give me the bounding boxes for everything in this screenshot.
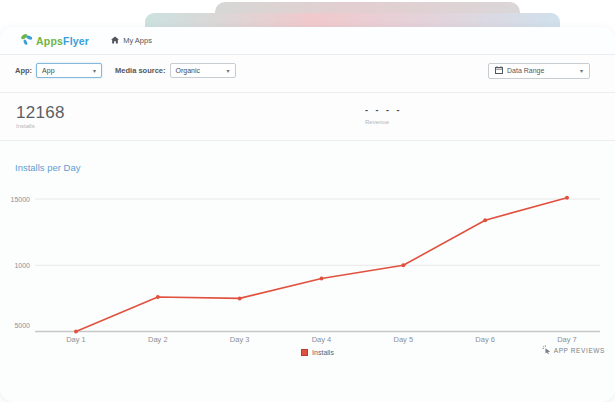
logo-wordmark: AppsFlyer (36, 35, 89, 47)
kpi-stats-row: 12168 Installs - - - - Revenue (0, 93, 615, 141)
home-icon (111, 36, 119, 46)
app-filter-label: App: (15, 66, 32, 75)
data-point[interactable] (238, 296, 242, 300)
nav-item-label: My Apps (123, 36, 152, 45)
app-reviews-label: APP REVIEWS (554, 347, 605, 354)
chevron-down-icon: ▾ (93, 68, 96, 74)
data-point[interactable] (565, 196, 569, 200)
y-tick-label: 5000 (14, 322, 30, 329)
installs-chart-section: Installs per Day 1500010005000Day 1Day 2… (0, 141, 615, 402)
top-nav-bar: AppsFlyer My Apps (0, 27, 615, 55)
legend-label: Installs (312, 349, 334, 356)
app-select[interactable]: App ▾ (36, 63, 102, 78)
appsflyer-logo-icon (20, 32, 34, 50)
x-tick-label: Day 7 (557, 335, 577, 344)
legend-swatch-installs (301, 349, 308, 356)
y-tick-label: 1000 (14, 262, 30, 269)
data-range-label: Data Range (507, 67, 544, 74)
data-point[interactable] (401, 263, 405, 267)
chevron-down-icon: ▾ (227, 68, 230, 74)
dashboard-card: AppsFlyer My Apps App: App ▾ Media sourc… (0, 27, 615, 402)
app-reviews-link[interactable]: APP REVIEWS (542, 345, 605, 355)
y-tick-label: 15000 (11, 196, 31, 203)
installs-kpi: 12168 Installs (16, 104, 65, 129)
installs-label: Installs (16, 123, 65, 129)
media-source-filter-label: Media source: (115, 66, 165, 75)
installs-line-chart: 1500010005000Day 1Day 2Day 3Day 4Day 5Da… (0, 181, 615, 356)
app-select-value: App (42, 67, 54, 74)
revenue-label: Revenue (365, 119, 402, 125)
x-tick-label: Day 3 (230, 335, 250, 344)
media-source-select-value: Organic (176, 67, 201, 74)
appsflyer-dashboard: AppsFlyer My Apps App: App ▾ Media sourc… (0, 0, 615, 402)
media-source-select[interactable]: Organic ▾ (170, 63, 236, 78)
x-tick-label: Day 1 (66, 335, 86, 344)
installs-value: 12168 (16, 104, 65, 121)
revenue-kpi: - - - - Revenue (365, 106, 402, 125)
cursor-click-icon (542, 345, 551, 355)
x-tick-label: Day 5 (394, 335, 414, 344)
data-point[interactable] (483, 218, 487, 222)
x-tick-label: Day 2 (148, 335, 168, 344)
data-point[interactable] (156, 295, 160, 299)
calendar-icon (495, 66, 503, 75)
data-point[interactable] (320, 277, 324, 281)
data-point[interactable] (74, 330, 78, 334)
nav-item-my-apps[interactable]: My Apps (111, 36, 152, 46)
filter-bar: App: App ▾ Media source: Organic ▾ (0, 55, 615, 93)
appsflyer-logo[interactable]: AppsFlyer (20, 32, 89, 50)
line-series-installs[interactable] (76, 198, 567, 332)
chart-title: Installs per Day (15, 162, 80, 173)
chevron-down-icon: ▾ (580, 68, 583, 74)
x-tick-label: Day 6 (475, 335, 495, 344)
revenue-value: - - - - (365, 106, 402, 114)
x-tick-label: Day 4 (312, 335, 332, 344)
data-range-button[interactable]: Data Range ▾ (488, 63, 590, 79)
legend-item-installs[interactable]: Installs (35, 347, 600, 357)
